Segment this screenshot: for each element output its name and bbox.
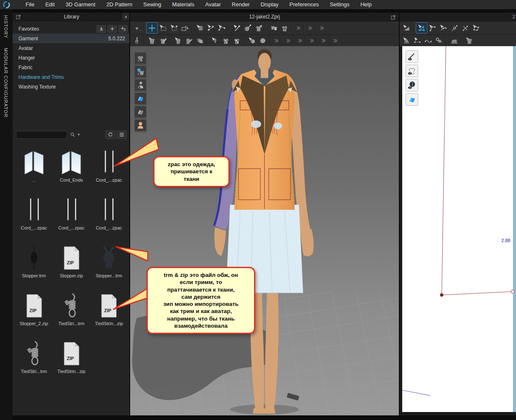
show-silhouette-2d-toggle[interactable] [406,65,418,77]
library-item-tiedstrin-zip[interactable]: ZIPTiedStrin...zip [52,336,90,374]
menu-avatar[interactable]: Avatar [200,0,226,9]
edit-curve-point-tool[interactable] [438,23,449,33]
pin-to-board-tool[interactable] [194,23,205,33]
library-category-fabric[interactable]: Fabric [13,63,129,72]
measure-garment-tool[interactable] [147,36,157,46]
overflow-9-tool[interactable] [331,36,339,46]
collapse-arrow-icon[interactable] [121,13,129,21]
plus-icon[interactable] [107,25,117,33]
needle-tool-tool[interactable] [231,23,242,33]
library-category-avatar[interactable]: Avatar [13,43,129,53]
menu-help[interactable]: Help [355,0,377,9]
overflow-7-tool[interactable] [308,36,315,46]
undo-icon[interactable] [118,25,128,33]
popout-icon[interactable] [390,14,397,21]
library-category-hanger[interactable]: Hanger [13,53,129,63]
show-pattern-2d-toggle[interactable] [406,93,418,106]
scene-3d[interactable]: zpac это одежда, пришивается к ткани trm… [130,46,399,415]
download-icon[interactable] [97,25,106,33]
library-item-cord-zpac[interactable]: Cord_...zpac [52,193,90,230]
segment-sewing-tool[interactable] [401,36,412,46]
menu-display[interactable]: Display [255,0,284,9]
overflow-5-tool[interactable] [284,36,292,46]
button-place-tool[interactable] [246,36,257,46]
free-sewing-tool[interactable] [412,36,423,46]
zipper-tool-tool[interactable] [210,36,220,46]
attach-trim-tool[interactable] [253,23,264,33]
show-pattern-blue-toggle[interactable] [134,92,147,104]
pin-segment-tool[interactable] [205,23,216,33]
add-point-tool[interactable] [449,23,460,33]
fit-garment-tool[interactable] [279,23,290,33]
iron-tool-tool[interactable] [449,36,460,46]
overflow-6-tool[interactable] [296,36,304,46]
menu-render[interactable]: Render [226,0,255,9]
library-item-stopper-trm[interactable]: Stopper.trm [15,240,52,278]
edit-pattern-tool[interactable] [416,23,427,33]
library-item-tiedstri-trm[interactable]: TiedStri...trm [52,288,90,326]
flatten-pattern-tool[interactable] [173,36,183,46]
overflow-2-tool[interactable] [306,23,314,33]
popout-icon[interactable] [15,13,22,20]
library-item-cord-zpac[interactable]: Cord_...zpac [90,145,128,183]
menu-edit[interactable]: Edit [40,0,60,9]
menu-file[interactable]: File [20,0,40,9]
texture-transform-tool[interactable] [220,36,231,46]
import-arrow-tool[interactable] [131,23,142,33]
library-item-cord-ends[interactable]: Cord_Ends [52,145,90,183]
menu-3d-garment[interactable]: 3D Garment [60,0,101,9]
tab-modular-configurator[interactable]: MODULAR CONFIGURATOR [3,48,8,117]
search-input[interactable] [16,131,67,139]
library-category-garment[interactable]: Garment5.0.222 [13,34,129,43]
list-view-icon[interactable] [117,130,127,139]
overflow-3-tool[interactable] [318,23,325,33]
library-item-tiedstri-trm[interactable]: TiedStri...trm [15,336,52,374]
refresh-icon[interactable] [105,130,115,139]
menu-2d-pattern[interactable]: 2D Pattern [101,0,138,9]
library-item-cord-zpac[interactable]: Cord_...zpac [15,193,52,230]
overflow-4-tool[interactable] [272,36,280,46]
library-item-cord-zpac[interactable]: Cord_...zpac [90,193,128,230]
tab-history[interactable]: HISTORY [3,15,8,39]
select-box-tool[interactable] [157,23,168,33]
menu-materials[interactable]: Materials [167,0,200,9]
show-garment-toggle[interactable] [134,52,147,64]
library-category-hardware-and-trims[interactable]: Hardware and Trims [13,72,129,82]
show-sewing-2d-toggle[interactable] [406,50,418,63]
buttonhole-tool[interactable] [257,36,268,46]
show-pattern-gray-toggle[interactable] [134,106,147,118]
edit-measure-tool[interactable] [157,36,168,46]
mn-sewing-tool[interactable] [423,36,434,46]
menu-preferences[interactable]: Preferences [284,0,324,9]
search-icon[interactable] [69,131,76,138]
library-category-favorites[interactable]: Favorites [13,24,129,34]
v-notch-tool[interactable] [460,23,471,33]
show-hardware-trims-toggle[interactable] [134,65,147,78]
show-avatar-toggle[interactable] [134,79,147,91]
copy-pattern-tool[interactable] [194,36,205,46]
library-item-stopper-trm[interactable]: Stopper...trm [90,240,128,278]
texture-edit-tool[interactable] [231,36,242,46]
search-caret-icon[interactable]: ▼ [77,133,81,137]
select-move-tool[interactable] [147,23,157,33]
menu-settings[interactable]: Settings [324,0,355,9]
walk-avatar-tool[interactable] [131,36,142,46]
edit-pattern-3d-tool[interactable] [183,36,194,46]
pin-curve-tool[interactable] [216,23,227,33]
avatar-display-toggle[interactable] [134,119,147,131]
show-shirt-2d-tool[interactable] [464,36,475,46]
swap-garment-tool[interactable] [268,23,279,33]
clo-logo-icon[interactable] [0,0,13,9]
menu-sewing[interactable]: Sewing [138,0,167,9]
library-item-tiedstrin-zip[interactable]: ZIPTiedStrin...zip [90,288,128,326]
edit-polygon-tool[interactable] [471,23,482,33]
detect-sewing-tool[interactable] [434,36,445,46]
show-info-2d-toggle[interactable] [406,79,418,91]
select-pin-box-tool[interactable] [168,23,179,33]
transform-pattern-tool[interactable] [401,23,412,33]
overflow-1-tool[interactable] [294,23,302,33]
library-item--[interactable]: .. [15,145,52,183]
pattern-canvas-2d[interactable]: 2.88 [402,46,516,412]
attach-to-avatar-tool[interactable] [242,23,253,33]
edit-curvature-tool[interactable] [427,23,438,33]
